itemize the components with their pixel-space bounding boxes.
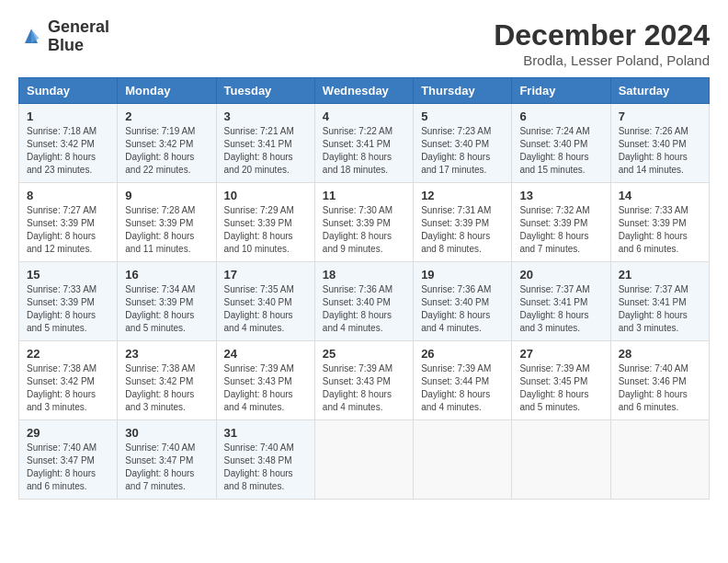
calendar-cell: 5 Sunrise: 7:23 AM Sunset: 3:40 PM Dayli… — [414, 104, 512, 183]
day-number: 5 — [421, 109, 504, 123]
calendar-cell: 18 Sunrise: 7:36 AM Sunset: 3:40 PM Dayl… — [314, 262, 413, 341]
day-number: 9 — [125, 189, 208, 202]
day-info: Sunrise: 7:24 AM Sunset: 3:40 PM Dayligh… — [519, 125, 602, 177]
calendar-cell: 31 Sunrise: 7:40 AM Sunset: 3:48 PM Dayl… — [216, 420, 314, 500]
calendar-cell: 25 Sunrise: 7:39 AM Sunset: 3:43 PM Dayl… — [314, 341, 413, 420]
calendar-cell — [414, 420, 512, 500]
day-number: 13 — [519, 189, 602, 202]
calendar-cell: 1 Sunrise: 7:18 AM Sunset: 3:42 PM Dayli… — [19, 104, 118, 183]
day-number: 6 — [519, 109, 602, 123]
day-info: Sunrise: 7:40 AM Sunset: 3:47 PM Dayligh… — [125, 442, 208, 493]
calendar-cell — [512, 420, 610, 500]
day-info: Sunrise: 7:39 AM Sunset: 3:43 PM Dayligh… — [224, 362, 307, 414]
day-info: Sunrise: 7:32 AM Sunset: 3:39 PM Dayligh… — [519, 204, 602, 256]
calendar-table: SundayMondayTuesdayWednesdayThursdayFrid… — [18, 77, 710, 500]
logo: General Blue — [18, 18, 109, 55]
day-number: 16 — [125, 268, 208, 282]
day-number: 17 — [224, 268, 307, 282]
day-info: Sunrise: 7:33 AM Sunset: 3:39 PM Dayligh… — [619, 204, 701, 256]
calendar-cell: 21 Sunrise: 7:37 AM Sunset: 3:41 PM Dayl… — [610, 262, 709, 341]
day-number: 18 — [323, 268, 405, 282]
day-info: Sunrise: 7:23 AM Sunset: 3:40 PM Dayligh… — [421, 125, 504, 177]
day-number: 31 — [224, 426, 307, 440]
day-number: 8 — [27, 189, 109, 202]
day-info: Sunrise: 7:26 AM Sunset: 3:40 PM Dayligh… — [619, 125, 701, 177]
day-number: 15 — [27, 268, 109, 282]
day-info: Sunrise: 7:40 AM Sunset: 3:46 PM Dayligh… — [619, 362, 701, 414]
calendar-cell: 19 Sunrise: 7:36 AM Sunset: 3:40 PM Dayl… — [414, 262, 512, 341]
day-number: 21 — [619, 268, 701, 282]
day-info: Sunrise: 7:37 AM Sunset: 3:41 PM Dayligh… — [519, 283, 602, 335]
day-info: Sunrise: 7:27 AM Sunset: 3:39 PM Dayligh… — [27, 204, 109, 256]
day-number: 3 — [224, 109, 307, 123]
day-number: 10 — [224, 189, 307, 202]
day-number: 30 — [125, 426, 208, 440]
day-number: 26 — [421, 347, 504, 361]
day-number: 4 — [323, 109, 405, 123]
calendar-cell: 29 Sunrise: 7:40 AM Sunset: 3:47 PM Dayl… — [19, 420, 118, 500]
day-number: 22 — [27, 347, 109, 361]
calendar-cell: 15 Sunrise: 7:33 AM Sunset: 3:39 PM Dayl… — [19, 262, 118, 341]
calendar-cell — [610, 420, 709, 500]
day-info: Sunrise: 7:34 AM Sunset: 3:39 PM Dayligh… — [125, 283, 208, 335]
calendar-cell: 8 Sunrise: 7:27 AM Sunset: 3:39 PM Dayli… — [19, 183, 118, 262]
calendar-cell: 17 Sunrise: 7:35 AM Sunset: 3:40 PM Dayl… — [216, 262, 314, 341]
calendar-cell: 7 Sunrise: 7:26 AM Sunset: 3:40 PM Dayli… — [610, 104, 709, 183]
day-info: Sunrise: 7:38 AM Sunset: 3:42 PM Dayligh… — [27, 362, 109, 414]
day-info: Sunrise: 7:28 AM Sunset: 3:39 PM Dayligh… — [125, 204, 208, 256]
calendar-cell: 14 Sunrise: 7:33 AM Sunset: 3:39 PM Dayl… — [610, 183, 709, 262]
day-number: 7 — [619, 109, 701, 123]
calendar-cell: 2 Sunrise: 7:19 AM Sunset: 3:42 PM Dayli… — [118, 104, 216, 183]
title-block: December 2024 Brodla, Lesser Poland, Pol… — [494, 18, 710, 68]
logo-text: General Blue — [48, 18, 109, 55]
day-info: Sunrise: 7:37 AM Sunset: 3:41 PM Dayligh… — [619, 283, 701, 335]
calendar-cell: 27 Sunrise: 7:39 AM Sunset: 3:45 PM Dayl… — [512, 341, 610, 420]
day-info: Sunrise: 7:39 AM Sunset: 3:45 PM Dayligh… — [519, 362, 602, 414]
day-info: Sunrise: 7:36 AM Sunset: 3:40 PM Dayligh… — [323, 283, 405, 335]
day-info: Sunrise: 7:22 AM Sunset: 3:41 PM Dayligh… — [323, 125, 405, 177]
day-number: 14 — [619, 189, 701, 202]
day-info: Sunrise: 7:39 AM Sunset: 3:44 PM Dayligh… — [421, 362, 504, 414]
calendar-cell — [314, 420, 413, 500]
calendar-cell: 24 Sunrise: 7:39 AM Sunset: 3:43 PM Dayl… — [216, 341, 314, 420]
day-info: Sunrise: 7:29 AM Sunset: 3:39 PM Dayligh… — [224, 204, 307, 256]
calendar-cell: 3 Sunrise: 7:21 AM Sunset: 3:41 PM Dayli… — [216, 104, 314, 183]
day-number: 24 — [224, 347, 307, 361]
day-info: Sunrise: 7:35 AM Sunset: 3:40 PM Dayligh… — [224, 283, 307, 335]
day-info: Sunrise: 7:19 AM Sunset: 3:42 PM Dayligh… — [125, 125, 208, 177]
day-info: Sunrise: 7:21 AM Sunset: 3:41 PM Dayligh… — [224, 125, 307, 177]
calendar-cell: 30 Sunrise: 7:40 AM Sunset: 3:47 PM Dayl… — [118, 420, 216, 500]
calendar-cell: 23 Sunrise: 7:38 AM Sunset: 3:42 PM Dayl… — [118, 341, 216, 420]
calendar-cell: 6 Sunrise: 7:24 AM Sunset: 3:40 PM Dayli… — [512, 104, 610, 183]
calendar-cell: 20 Sunrise: 7:37 AM Sunset: 3:41 PM Dayl… — [512, 262, 610, 341]
calendar-cell: 28 Sunrise: 7:40 AM Sunset: 3:46 PM Dayl… — [610, 341, 709, 420]
calendar-cell: 9 Sunrise: 7:28 AM Sunset: 3:39 PM Dayli… — [118, 183, 216, 262]
calendar-cell: 22 Sunrise: 7:38 AM Sunset: 3:42 PM Dayl… — [19, 341, 118, 420]
day-number: 20 — [519, 268, 602, 282]
page-header: General Blue December 2024 Brodla, Lesse… — [18, 18, 710, 68]
day-number: 28 — [619, 347, 701, 361]
month-title: December 2024 — [494, 18, 710, 52]
calendar-cell: 26 Sunrise: 7:39 AM Sunset: 3:44 PM Dayl… — [414, 341, 512, 420]
logo-icon — [18, 24, 44, 50]
day-number: 2 — [125, 109, 208, 123]
day-info: Sunrise: 7:33 AM Sunset: 3:39 PM Dayligh… — [27, 283, 109, 335]
calendar-cell: 13 Sunrise: 7:32 AM Sunset: 3:39 PM Dayl… — [512, 183, 610, 262]
day-number: 25 — [323, 347, 405, 361]
calendar-cell: 12 Sunrise: 7:31 AM Sunset: 3:39 PM Dayl… — [414, 183, 512, 262]
day-info: Sunrise: 7:39 AM Sunset: 3:43 PM Dayligh… — [323, 362, 405, 414]
day-header-saturday: Saturday — [610, 78, 709, 104]
calendar-cell: 4 Sunrise: 7:22 AM Sunset: 3:41 PM Dayli… — [314, 104, 413, 183]
calendar-cell: 16 Sunrise: 7:34 AM Sunset: 3:39 PM Dayl… — [118, 262, 216, 341]
calendar-cell: 10 Sunrise: 7:29 AM Sunset: 3:39 PM Dayl… — [216, 183, 314, 262]
day-info: Sunrise: 7:38 AM Sunset: 3:42 PM Dayligh… — [125, 362, 208, 414]
day-info: Sunrise: 7:18 AM Sunset: 3:42 PM Dayligh… — [27, 125, 109, 177]
day-info: Sunrise: 7:40 AM Sunset: 3:48 PM Dayligh… — [224, 442, 307, 493]
day-header-monday: Monday — [118, 78, 216, 104]
day-number: 23 — [125, 347, 208, 361]
day-number: 27 — [519, 347, 602, 361]
day-number: 1 — [27, 109, 109, 123]
day-header-tuesday: Tuesday — [216, 78, 314, 104]
day-info: Sunrise: 7:40 AM Sunset: 3:47 PM Dayligh… — [27, 442, 109, 493]
day-header-sunday: Sunday — [19, 78, 118, 104]
